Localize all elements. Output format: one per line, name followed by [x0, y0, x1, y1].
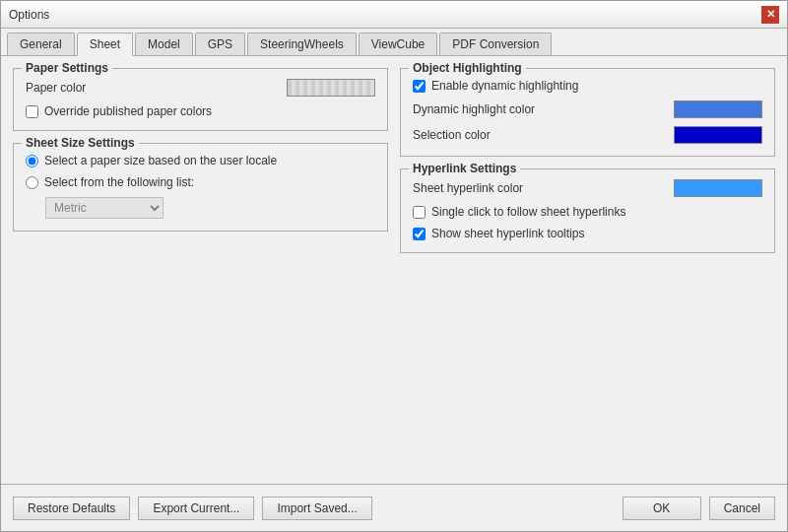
export-current-button[interactable]: Export Current...: [138, 497, 254, 520]
dynamic-color-label: Dynamic highlight color: [413, 102, 535, 116]
enable-highlighting-row: Enable dynamic highlighting: [413, 79, 762, 93]
tab-gps[interactable]: GPS: [195, 33, 245, 55]
radio-following-list-label[interactable]: Select from the following list:: [44, 175, 194, 189]
footer-left-buttons: Restore Defaults Export Current... Impor…: [13, 497, 372, 520]
override-colors-label[interactable]: Override published paper colors: [44, 104, 212, 118]
hyperlink-color-label: Sheet hyperlink color: [413, 181, 523, 195]
close-icon: ✕: [766, 8, 775, 21]
tab-pdf-conversion[interactable]: PDF Conversion: [439, 33, 552, 55]
paper-settings-title: Paper Settings: [22, 61, 112, 75]
restore-defaults-button[interactable]: Restore Defaults: [13, 497, 130, 520]
footer: Restore Defaults Export Current... Impor…: [1, 484, 787, 531]
tab-sheet[interactable]: Sheet: [77, 33, 133, 56]
selection-color-row: Selection color: [413, 126, 762, 144]
show-tooltips-row: Show sheet hyperlink tooltips: [413, 227, 762, 240]
radio-user-locale[interactable]: [26, 155, 38, 167]
dynamic-color-swatch[interactable]: [674, 100, 762, 118]
paper-color-row: Paper color: [26, 79, 375, 97]
tab-content: Paper Settings Paper color Override publ…: [1, 56, 787, 484]
left-panel: Paper Settings Paper color Override publ…: [13, 68, 388, 472]
sheet-size-group: Sheet Size Settings Select a paper size …: [13, 143, 388, 232]
tab-general[interactable]: General: [7, 33, 75, 55]
override-colors-row: Override published paper colors: [26, 104, 375, 118]
title-bar: Options ✕: [1, 1, 787, 29]
radio-following-list[interactable]: [26, 176, 38, 189]
paper-size-dropdown[interactable]: Metric Imperial: [45, 197, 164, 219]
override-colors-checkbox[interactable]: [26, 105, 38, 118]
tabs-bar: General Sheet Model GPS SteeringWheels V…: [1, 29, 787, 56]
enable-highlighting-checkbox[interactable]: [413, 80, 426, 93]
tab-viewcube[interactable]: ViewCube: [359, 33, 437, 55]
hyperlink-settings-title: Hyperlink Settings: [409, 162, 520, 175]
hyperlink-color-row: Sheet hyperlink color: [413, 179, 762, 197]
paper-color-label: Paper color: [26, 81, 86, 95]
options-dialog: Options ✕ General Sheet Model GPS Steeri…: [0, 0, 788, 532]
object-highlighting-title: Object Highlighting: [409, 61, 526, 75]
radio-user-locale-label[interactable]: Select a paper size based on the user lo…: [44, 154, 277, 167]
tab-model[interactable]: Model: [135, 33, 193, 55]
object-highlighting-group: Object Highlighting Enable dynamic highl…: [400, 68, 775, 157]
import-saved-button[interactable]: Import Saved...: [262, 497, 371, 520]
sheet-size-title: Sheet Size Settings: [22, 136, 139, 150]
cancel-button[interactable]: Cancel: [709, 497, 775, 520]
paper-settings-group: Paper Settings Paper color Override publ…: [13, 68, 388, 131]
single-click-checkbox[interactable]: [413, 206, 426, 219]
ok-button[interactable]: OK: [623, 497, 701, 520]
footer-right-buttons: OK Cancel: [623, 497, 775, 520]
close-button[interactable]: ✕: [761, 6, 779, 24]
radio-user-locale-row: Select a paper size based on the user lo…: [26, 154, 375, 167]
show-tooltips-checkbox[interactable]: [413, 228, 426, 240]
single-click-label[interactable]: Single click to follow sheet hyperlinks: [431, 205, 625, 219]
show-tooltips-label[interactable]: Show sheet hyperlink tooltips: [431, 227, 584, 240]
single-click-row: Single click to follow sheet hyperlinks: [413, 205, 762, 219]
enable-highlighting-label[interactable]: Enable dynamic highlighting: [431, 79, 578, 93]
radio-following-list-row: Select from the following list:: [26, 175, 375, 189]
selection-color-swatch[interactable]: [674, 126, 762, 144]
dynamic-color-row: Dynamic highlight color: [413, 100, 762, 118]
metric-dropdown-row: Metric Imperial: [26, 197, 375, 219]
hyperlink-settings-group: Hyperlink Settings Sheet hyperlink color…: [400, 168, 775, 253]
selection-color-label: Selection color: [413, 128, 491, 142]
window-title: Options: [9, 8, 49, 22]
paper-color-swatch[interactable]: [287, 79, 375, 97]
hyperlink-color-swatch[interactable]: [674, 179, 762, 197]
right-panel: Object Highlighting Enable dynamic highl…: [400, 68, 775, 472]
tab-steering-wheels[interactable]: SteeringWheels: [247, 33, 357, 55]
